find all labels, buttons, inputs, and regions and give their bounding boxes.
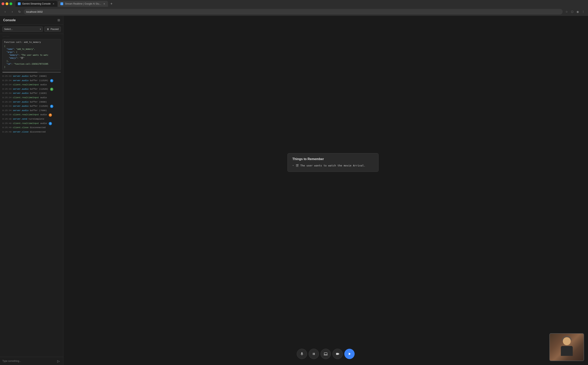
tab-close-1[interactable]: ✕ bbox=[52, 2, 55, 5]
mic-icon bbox=[300, 352, 304, 356]
browser-toolbar: ‹ › ↻ localhost:3002 ☆ ⬡ ◉ ⋮ bbox=[0, 7, 588, 16]
back-button[interactable]: ‹ bbox=[2, 9, 8, 14]
memory-card-title: Things to Remember bbox=[292, 157, 374, 161]
reload-button[interactable]: ↻ bbox=[17, 9, 22, 14]
bookmark-icon[interactable]: ☆ bbox=[564, 9, 569, 14]
video-feed bbox=[550, 334, 584, 361]
log-entry: 8:25:34 client.realtimeInput audio bbox=[0, 83, 63, 87]
bullet-icon: • bbox=[292, 164, 294, 168]
sidebar: Console ⊞ Select... ▾ ⏸ Paused ----- Fun… bbox=[0, 16, 63, 365]
log-entry: 8:25:40 client.realtimeInput audio 1 bbox=[0, 121, 63, 126]
sidebar-collapse-btn[interactable]: ⊞ bbox=[57, 18, 60, 22]
paused-label: Paused bbox=[51, 28, 59, 31]
scroll-indicator bbox=[2, 72, 61, 73]
extensions-icon[interactable]: ⬡ bbox=[570, 9, 574, 14]
memory-card: Things to Remember • 🎬 The user wants to… bbox=[287, 153, 378, 172]
log-badge: 4 bbox=[50, 88, 53, 91]
screen-share-icon bbox=[324, 352, 328, 356]
person-silhouette bbox=[559, 337, 575, 357]
log-entry: 8:25:34 server.audio buffer (1920) bbox=[0, 91, 63, 96]
tab-gemini-console[interactable]: Gemini Streaming Console ✕ bbox=[15, 1, 57, 7]
sidebar-controls: Select... ▾ ⏸ Paused bbox=[0, 25, 63, 34]
screen-share-button[interactable] bbox=[321, 349, 331, 359]
function-call-header: Function call: add_to_memory bbox=[4, 41, 59, 43]
memory-emoji: 🎬 bbox=[296, 164, 299, 168]
sidebar-header: Console ⊞ bbox=[0, 16, 63, 25]
camera-icon bbox=[336, 352, 340, 356]
log-entry: 8:25:40 client.close Disconnected bbox=[0, 126, 63, 130]
chat-input[interactable] bbox=[2, 360, 54, 362]
log-entry: 8:25:34 server.audio buffer (11520) 5 bbox=[0, 104, 63, 108]
tab-favicon-2 bbox=[61, 2, 63, 5]
browser-tabs: Gemini Streaming Console ✕ Stream Realti… bbox=[0, 0, 588, 7]
camera-button[interactable] bbox=[332, 349, 343, 359]
log-entry: 8:25:38 server.send turnComplete bbox=[0, 117, 63, 121]
traffic-lights bbox=[2, 2, 12, 5]
input-area: ▷ bbox=[0, 357, 63, 365]
tab-favicon-1 bbox=[18, 2, 20, 5]
log-entry: 8:25:34 server.audio buffer (11520) 4 bbox=[0, 87, 63, 91]
bottom-controls bbox=[297, 349, 355, 359]
log-entry: 8:25:34 server.audio buffer (11520) 5 bbox=[0, 78, 63, 83]
mic-button[interactable] bbox=[297, 349, 307, 359]
forward-button[interactable]: › bbox=[9, 9, 15, 14]
tab-close-2[interactable]: ✕ bbox=[103, 2, 106, 5]
browser-chrome: Gemini Streaming Console ✕ Stream Realti… bbox=[0, 0, 588, 16]
main-content: Console ⊞ Select... ▾ ⏸ Paused ----- Fun… bbox=[0, 16, 588, 365]
toolbar-icons: ☆ ⬡ ◉ ⋮ bbox=[564, 9, 586, 14]
pause-icon: ⏸ bbox=[47, 28, 49, 31]
model-select[interactable]: Select... ▾ bbox=[2, 27, 43, 32]
log-entry: 8:25:34 server.audio buffer (9600) bbox=[0, 100, 63, 104]
tab-stream-realtime[interactable]: Stream Realtime | Google AI Stu... ✕ bbox=[58, 1, 108, 7]
log-entry: 8:25:38 client.realtimeInput audio 6 bbox=[0, 113, 63, 117]
sidebar-title: Console bbox=[3, 18, 16, 22]
maximize-window-btn[interactable] bbox=[9, 2, 12, 5]
chevron-down-icon: ▾ bbox=[40, 28, 41, 31]
log-entry: 8:25:33 server.audio buffer (9600) bbox=[0, 74, 63, 78]
tab-label-2: Stream Realtime | Google AI Stu... bbox=[65, 2, 101, 5]
log-badge: 5 bbox=[50, 105, 53, 108]
log-entry: 8:25:40 server.close disconnected bbox=[0, 130, 63, 134]
select-label: Select... bbox=[4, 28, 13, 31]
log-badge: 6 bbox=[49, 113, 52, 117]
function-call-body: { "name": "add_to_memory", "args": { "me… bbox=[4, 45, 59, 69]
close-window-btn[interactable] bbox=[2, 2, 4, 5]
video-thumbnail bbox=[549, 333, 584, 361]
log-entry: 8:25:34 server.audio buffer (7680) bbox=[0, 108, 63, 113]
person-body bbox=[561, 346, 573, 356]
paused-button[interactable]: ⏸ Paused bbox=[44, 27, 61, 32]
log-badge: 1 bbox=[49, 122, 52, 125]
send-button[interactable]: ▷ bbox=[56, 359, 61, 363]
headphone bbox=[562, 336, 572, 340]
function-call-block: Function call: add_to_memory { "name": "… bbox=[2, 39, 61, 70]
memory-item: • 🎬 The user wants to watch the movie Ar… bbox=[292, 164, 374, 168]
menu-icon[interactable]: ⋮ bbox=[581, 9, 586, 14]
pause-icon bbox=[312, 352, 316, 356]
scroll-bar bbox=[2, 72, 37, 73]
minimize-window-btn[interactable] bbox=[6, 2, 8, 5]
tab-label-1: Gemini Streaming Console bbox=[22, 2, 51, 5]
memory-text: The user wants to watch the movie Arriva… bbox=[300, 164, 365, 168]
pause-button[interactable] bbox=[309, 349, 319, 359]
play-icon bbox=[347, 352, 352, 356]
log-entry: 8:25:34 client.realtimeInput audio bbox=[0, 96, 63, 100]
new-tab-button[interactable]: + bbox=[109, 1, 114, 7]
profile-icon[interactable]: ◉ bbox=[575, 9, 580, 14]
url-text: localhost:3002 bbox=[26, 10, 43, 13]
person-head bbox=[563, 337, 571, 345]
log-badge: 5 bbox=[50, 79, 53, 82]
address-bar[interactable]: localhost:3002 bbox=[24, 9, 563, 14]
divider: ----- bbox=[0, 34, 63, 38]
play-button[interactable] bbox=[344, 349, 355, 359]
main-area: Things to Remember • 🎬 The user wants to… bbox=[63, 16, 588, 365]
log-entries: 8:25:33 server.audio buffer (9600) 8:25:… bbox=[0, 73, 63, 357]
